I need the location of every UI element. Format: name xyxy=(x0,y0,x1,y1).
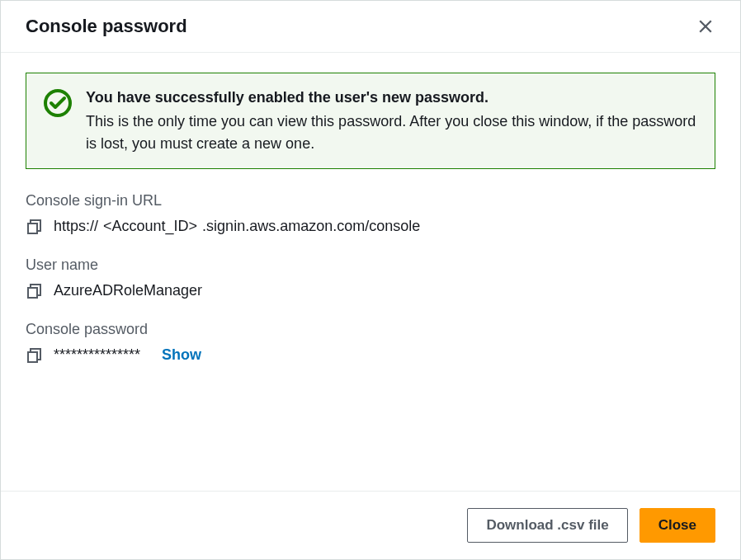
password-masked-value: *************** xyxy=(54,346,140,364)
dialog-title: Console password xyxy=(26,16,187,37)
show-password-link[interactable]: Show xyxy=(162,346,201,364)
close-button[interactable]: Close xyxy=(640,508,715,543)
svg-rect-4 xyxy=(28,288,37,298)
url-prefix: https:// xyxy=(54,218,98,235)
signin-url-field: Console sign-in URL https:// <Account_ID… xyxy=(26,192,715,235)
signin-url-value: https:// <Account_ID> .signin.aws.amazon… xyxy=(54,218,420,235)
dialog-header: Console password xyxy=(1,1,740,53)
dialog-footer: Download .csv file Close xyxy=(1,491,740,559)
dialog-body: You have successfully enabled the user's… xyxy=(1,53,740,491)
close-icon[interactable] xyxy=(696,16,715,36)
svg-rect-5 xyxy=(28,352,37,362)
signin-url-label: Console sign-in URL xyxy=(26,192,715,209)
username-field: User name AzureADRoleManager xyxy=(26,256,715,299)
download-csv-button[interactable]: Download .csv file xyxy=(467,508,627,543)
success-check-icon xyxy=(43,88,73,120)
success-alert: You have successfully enabled the user's… xyxy=(26,73,715,169)
copy-icon[interactable] xyxy=(26,219,42,235)
svg-rect-3 xyxy=(28,224,37,233)
copy-icon[interactable] xyxy=(26,283,42,299)
alert-body: This is the only time you can view this … xyxy=(86,111,698,155)
url-account-placeholder: <Account_ID> xyxy=(103,218,197,235)
password-field: Console password *************** Show xyxy=(26,321,715,364)
alert-title: You have successfully enabled the user's… xyxy=(86,87,698,109)
username-value: AzureADRoleManager xyxy=(54,282,202,299)
alert-content: You have successfully enabled the user's… xyxy=(86,87,698,155)
url-suffix: .signin.aws.amazon.com/console xyxy=(202,218,420,235)
console-password-dialog: Console password You have successfully e… xyxy=(0,0,741,560)
copy-icon[interactable] xyxy=(26,347,42,364)
password-label: Console password xyxy=(26,321,715,338)
username-label: User name xyxy=(26,256,715,274)
